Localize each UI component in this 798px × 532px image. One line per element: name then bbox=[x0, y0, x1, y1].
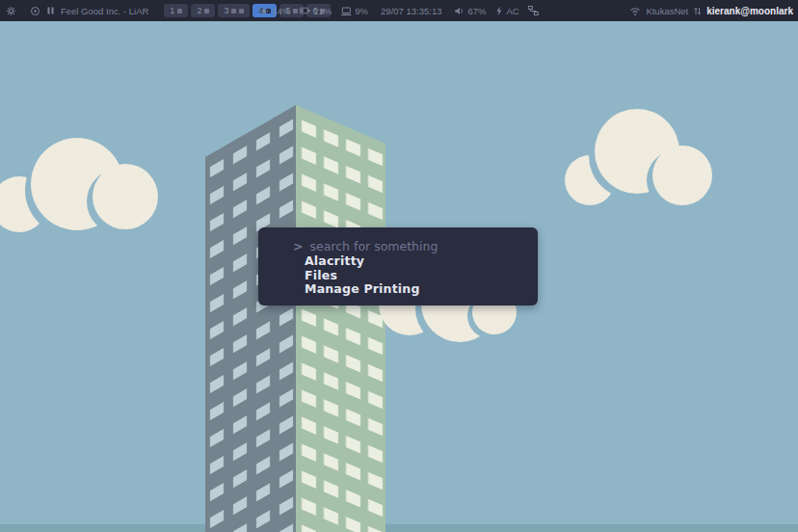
network-icon[interactable] bbox=[528, 5, 540, 16]
volume-widget[interactable]: 67% bbox=[454, 6, 486, 16]
music-disc-icon[interactable] bbox=[30, 6, 40, 16]
workspace-2[interactable]: 2 bbox=[191, 4, 215, 17]
power-widget: AC bbox=[494, 6, 519, 16]
now-playing-label[interactable]: Feel Good Inc. - LiAR bbox=[61, 6, 148, 16]
pause-icon[interactable] bbox=[46, 6, 55, 15]
clock: 29/07 13:35:13 bbox=[381, 6, 441, 16]
window-icon bbox=[177, 9, 182, 13]
brightness-widget: 14% bbox=[258, 6, 290, 16]
user-host-label: kierank@moonlark bbox=[706, 6, 793, 16]
brightness-value: 14% bbox=[272, 6, 290, 16]
wifi-ssid-label[interactable]: KtukasNet bbox=[646, 6, 688, 16]
launcher-search-input[interactable]: > search for something bbox=[293, 239, 538, 253]
app-launcher: > search for something Alacritty Files M… bbox=[258, 227, 538, 306]
window-icon bbox=[231, 9, 236, 13]
search-placeholder: search for something bbox=[309, 239, 438, 253]
prompt-caret: > bbox=[293, 239, 303, 253]
building bbox=[205, 105, 386, 532]
status-bar: Feel Good Inc. - LiAR 1 2 3 4 bbox=[0, 0, 798, 21]
volume-value: 67% bbox=[467, 6, 486, 16]
wifi-icon[interactable] bbox=[629, 6, 641, 16]
power-source-label: AC bbox=[506, 6, 519, 16]
display-widget: 9% bbox=[340, 6, 368, 16]
launcher-item-files[interactable]: Files bbox=[293, 268, 538, 282]
window-icon bbox=[204, 9, 209, 13]
workspace-1[interactable]: 1 bbox=[164, 4, 188, 17]
gear-icon[interactable] bbox=[6, 6, 16, 16]
battery-value: 21% bbox=[313, 6, 332, 16]
launcher-item-alacritty[interactable]: Alacritty bbox=[293, 253, 538, 268]
battery-widget: 21% bbox=[299, 5, 332, 16]
traffic-arrows-icon bbox=[693, 6, 702, 16]
display-value: 9% bbox=[355, 6, 368, 16]
desktop: Feel Good Inc. - LiAR 1 2 3 4 bbox=[0, 0, 798, 532]
workspace-3[interactable]: 3 bbox=[218, 4, 250, 17]
launcher-item-manage-printing[interactable]: Manage Printing bbox=[293, 281, 538, 296]
window-icon bbox=[239, 9, 244, 13]
